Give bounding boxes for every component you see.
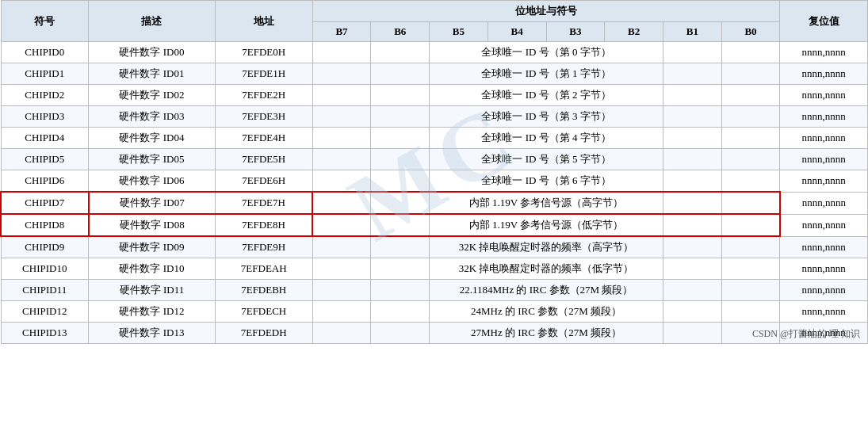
cell-b7 xyxy=(312,106,371,128)
cell-reset: nnnn,nnnn xyxy=(780,214,868,236)
main-container: MC 符号 描述 地址 位地址与符号 复位值 B7 xyxy=(0,0,868,344)
cell-b1 xyxy=(663,280,721,301)
cell-b7 xyxy=(312,236,371,258)
cell-b6 xyxy=(371,214,430,236)
col-header-symbol: 符号 xyxy=(1,1,89,42)
cell-symbol: CHIPID6 xyxy=(1,170,89,193)
cell-reset: nnnn,nnnn xyxy=(780,106,868,128)
cell-b6 xyxy=(371,192,430,214)
col-header-b2: B2 xyxy=(605,22,663,42)
cell-b0 xyxy=(721,301,780,323)
cell-addr: 7EFDE3H xyxy=(215,106,312,128)
table-row: CHIPID4硬件数字 ID047EFDE4H全球唯一 ID 号（第 4 字节）… xyxy=(1,128,868,149)
col-header-b7: B7 xyxy=(312,22,371,42)
table-row: CHIPID9硬件数字 ID097EFDE9H32K 掉电唤醒定时器的频率（高字… xyxy=(1,236,868,258)
cell-b0 xyxy=(721,214,780,236)
cell-b1 xyxy=(663,258,721,280)
cell-b7 xyxy=(312,280,371,301)
table-row: CHIPID11硬件数字 ID117EFDEBH22.1184MHz 的 IRC… xyxy=(1,280,868,301)
table-row: CHIPID2硬件数字 ID027EFDE2H全球唯一 ID 号（第 2 字节）… xyxy=(1,85,868,106)
cell-b0 xyxy=(721,149,780,170)
cell-b-desc: 全球唯一 ID 号（第 0 字节） xyxy=(430,42,663,63)
cell-desc: 硬件数字 ID08 xyxy=(89,214,216,236)
cell-reset: nnnn,nnnn xyxy=(780,85,868,106)
cell-desc: 硬件数字 ID03 xyxy=(89,106,216,128)
cell-b6 xyxy=(371,280,430,301)
csdn-label: CSDN @打酱油的 理 知识 xyxy=(752,327,860,341)
cell-addr: 7EFDE1H xyxy=(215,63,312,85)
cell-b0 xyxy=(721,63,780,85)
cell-desc: 硬件数字 ID02 xyxy=(89,85,216,106)
cell-b6 xyxy=(371,258,430,280)
table-row: CHIPID8硬件数字 ID087EFDE8H内部 1.19V 参考信号源（低字… xyxy=(1,214,868,236)
cell-b6 xyxy=(371,42,430,63)
cell-symbol: CHIPID2 xyxy=(1,85,89,106)
table-row: CHIPID13硬件数字 ID137EFDEDH27MHz 的 IRC 参数（2… xyxy=(1,323,868,344)
table-row: CHIPID12硬件数字 ID127EFDECH24MHz 的 IRC 参数（2… xyxy=(1,301,868,323)
cell-b6 xyxy=(371,170,430,193)
cell-b7 xyxy=(312,192,371,214)
table-row: CHIPID10硬件数字 ID107EFDEAH32K 掉电唤醒定时器的频率（低… xyxy=(1,258,868,280)
cell-desc: 硬件数字 ID05 xyxy=(89,149,216,170)
cell-b7 xyxy=(312,214,371,236)
cell-b0 xyxy=(721,42,780,63)
cell-reset: nnnn,nnnn xyxy=(780,236,868,258)
col-header-b4: B4 xyxy=(488,22,546,42)
cell-b1 xyxy=(663,214,721,236)
cell-b7 xyxy=(312,128,371,149)
cell-b-desc: 全球唯一 ID 号（第 5 字节） xyxy=(430,149,663,170)
col-header-b0: B0 xyxy=(721,22,780,42)
cell-addr: 7EFDE0H xyxy=(215,42,312,63)
cell-b6 xyxy=(371,106,430,128)
table-row: CHIPID3硬件数字 ID037EFDE3H全球唯一 ID 号（第 3 字节）… xyxy=(1,106,868,128)
cell-reset: nnnn,nnnn xyxy=(780,63,868,85)
cell-reset: nnnn,nnnn xyxy=(780,42,868,63)
cell-desc: 硬件数字 ID09 xyxy=(89,236,216,258)
cell-b-desc: 全球唯一 ID 号（第 6 字节） xyxy=(430,170,663,193)
cell-b1 xyxy=(663,63,721,85)
col-header-reset: 复位值 xyxy=(780,1,868,42)
cell-addr: 7EFDE7H xyxy=(215,192,312,214)
cell-desc: 硬件数字 ID01 xyxy=(89,63,216,85)
cell-b7 xyxy=(312,85,371,106)
cell-symbol: CHIPID1 xyxy=(1,63,89,85)
cell-symbol: CHIPID12 xyxy=(1,301,89,323)
cell-b0 xyxy=(721,85,780,106)
cell-b-desc: 24MHz 的 IRC 参数（27M 频段） xyxy=(430,301,663,323)
cell-b0 xyxy=(721,236,780,258)
cell-b7 xyxy=(312,170,371,193)
cell-reset: nnnn,nnnn xyxy=(780,280,868,301)
cell-b1 xyxy=(663,149,721,170)
cell-symbol: CHIPID13 xyxy=(1,323,89,344)
cell-b0 xyxy=(721,192,780,214)
cell-desc: 硬件数字 ID12 xyxy=(89,301,216,323)
cell-desc: 硬件数字 ID13 xyxy=(89,323,216,344)
cell-b6 xyxy=(371,128,430,149)
cell-b1 xyxy=(663,236,721,258)
cell-addr: 7EFDECH xyxy=(215,301,312,323)
cell-b1 xyxy=(663,170,721,193)
cell-addr: 7EFDEAH xyxy=(215,258,312,280)
col-header-b3: B3 xyxy=(546,22,605,42)
cell-symbol: CHIPID10 xyxy=(1,258,89,280)
cell-desc: 硬件数字 ID07 xyxy=(89,192,216,214)
cell-addr: 7EFDE4H xyxy=(215,128,312,149)
cell-addr: 7EFDEBH xyxy=(215,280,312,301)
cell-symbol: CHIPID3 xyxy=(1,106,89,128)
col-header-b1: B1 xyxy=(663,22,721,42)
cell-b6 xyxy=(371,323,430,344)
cell-desc: 硬件数字 ID11 xyxy=(89,280,216,301)
cell-addr: 7EFDE6H xyxy=(215,170,312,193)
cell-b-desc: 内部 1.19V 参考信号源（低字节） xyxy=(430,214,663,236)
table-row: CHIPID1硬件数字 ID017EFDE1H全球唯一 ID 号（第 1 字节）… xyxy=(1,63,868,85)
cell-b-desc: 全球唯一 ID 号（第 3 字节） xyxy=(430,106,663,128)
cell-b1 xyxy=(663,323,721,344)
cell-b-desc: 内部 1.19V 参考信号源（高字节） xyxy=(430,192,663,214)
cell-reset: nnnn,nnnn xyxy=(780,258,868,280)
table-row: CHIPID0硬件数字 ID007EFDE0H全球唯一 ID 号（第 0 字节）… xyxy=(1,42,868,63)
cell-symbol: CHIPID7 xyxy=(1,192,89,214)
col-header-desc: 描述 xyxy=(89,1,216,42)
cell-b-desc: 全球唯一 ID 号（第 4 字节） xyxy=(430,128,663,149)
col-header-b5: B5 xyxy=(430,22,488,42)
cell-symbol: CHIPID11 xyxy=(1,280,89,301)
